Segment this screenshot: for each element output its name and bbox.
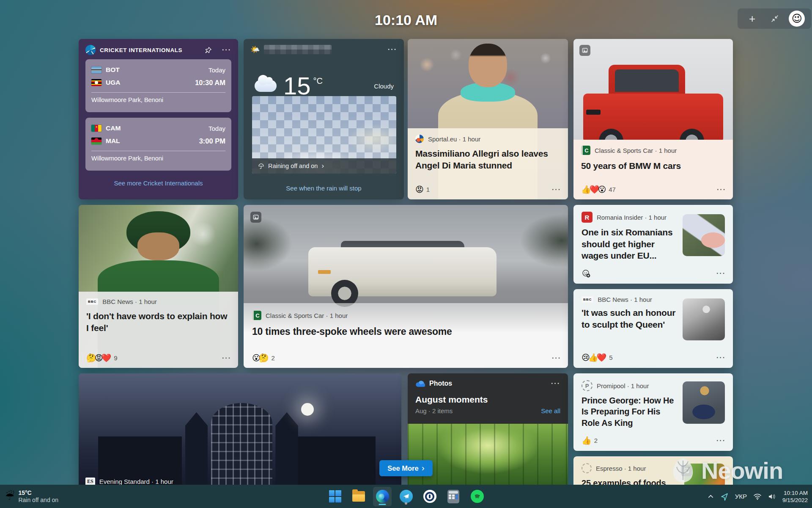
sportal-logo-icon xyxy=(415,135,424,143)
card-more-button[interactable]: ··· xyxy=(716,437,726,444)
location-in-use-icon[interactable] xyxy=(720,492,729,501)
collapse-panel-button[interactable] xyxy=(766,10,783,27)
match-day: Today xyxy=(208,125,225,132)
photo-shape xyxy=(292,436,376,488)
weather-more-button[interactable]: ··· xyxy=(388,46,397,53)
onedrive-cloud-icon xyxy=(415,380,425,387)
show-hidden-icons-button[interactable] xyxy=(708,493,714,500)
article-title: 'It was such an honour to sculpt the Que… xyxy=(582,307,678,330)
taskbar-temperature: 15°C xyxy=(18,489,58,497)
photo-shape xyxy=(275,412,298,488)
user-avatar[interactable]: 😉 xyxy=(789,11,805,27)
taskbar-time: 10:10 AM xyxy=(782,489,808,497)
match-time: 3:00 PM xyxy=(199,137,225,145)
reaction-count: 9 xyxy=(114,354,117,362)
news-card-bbc-cricket[interactable]: BBC BBC News · 1 hour 'I don't have word… xyxy=(79,205,238,368)
classic-sports-car-logo: C xyxy=(581,146,590,155)
card-more-button[interactable]: ··· xyxy=(552,186,561,193)
volume-icon[interactable] xyxy=(768,493,776,500)
photos-more-button[interactable]: ··· xyxy=(551,380,560,387)
taskbar: ☔ 15°C Rain off and on xyxy=(0,485,812,508)
promipool-logo: P xyxy=(582,380,593,391)
article-thumbnail xyxy=(683,298,725,340)
album-photo[interactable] xyxy=(408,424,568,488)
taskbar-clock[interactable]: 10:10 AM 9/15/2022 xyxy=(782,489,808,504)
calculator-button[interactable] xyxy=(444,487,463,506)
1password-button[interactable] xyxy=(420,487,439,506)
card-more-button[interactable]: ··· xyxy=(716,354,726,362)
flag-uganda xyxy=(91,79,102,86)
reaction-emojis[interactable]: 👍 xyxy=(582,436,590,445)
article-photo xyxy=(79,373,401,488)
reaction-emojis[interactable]: 😡 xyxy=(415,185,422,194)
news-card-queen[interactable]: BBC BBC News · 1 hour 'It was such an ho… xyxy=(573,289,733,368)
classic-sports-car-logo: C xyxy=(252,311,261,320)
espresso-logo xyxy=(582,463,592,473)
article-source: Classic & Sports Car · 1 hour xyxy=(266,312,348,319)
article-thumbnail xyxy=(683,214,725,256)
rain-radar-map[interactable]: Raining off and on › xyxy=(252,96,396,174)
reaction-emojis[interactable]: 🤔😡❤️ xyxy=(86,353,110,363)
article-title: 'I don't have words to explain how I fee… xyxy=(86,310,230,334)
news-card-prince-george[interactable]: P Promipool · 1 hour Prince George: How … xyxy=(573,373,733,451)
add-reaction-icon[interactable] xyxy=(582,269,591,278)
weather-see-link[interactable]: See when the rain will stop xyxy=(244,185,404,192)
image-gallery-icon xyxy=(579,45,590,56)
wifi-icon[interactable] xyxy=(753,493,762,500)
reaction-emojis[interactable]: 😢👍❤️ xyxy=(582,353,605,362)
album-title: August moments xyxy=(408,387,568,405)
reaction-emojis[interactable]: 👍❤️😮 xyxy=(581,185,604,194)
start-button[interactable] xyxy=(326,487,344,506)
widgets-topbar: + 😉 xyxy=(738,8,811,29)
cricket-see-more-link[interactable]: See more Cricket Internationals xyxy=(79,179,238,187)
sun-cloud-icon: 🌤️ xyxy=(250,45,260,54)
photo-shape xyxy=(318,270,331,274)
spotify-button[interactable] xyxy=(468,487,486,506)
rain-status-bar[interactable]: Raining off and on › xyxy=(252,158,396,174)
article-source: BBC News · 1 hour xyxy=(598,296,652,303)
news-card-three-spoke-wheels[interactable]: C Classic & Sports Car · 1 hour 10 times… xyxy=(244,205,568,368)
see-all-link[interactable]: See all xyxy=(541,407,560,414)
card-more-button[interactable]: ··· xyxy=(222,354,231,362)
telegram-icon xyxy=(400,490,413,503)
team-name: BOT xyxy=(106,66,120,74)
news-card-evening-standard[interactable]: ES Evening Standard · 1 hour xyxy=(79,373,401,488)
news-card-bmw[interactable]: C Classic & Sports Car · 1 hour 50 years… xyxy=(573,39,733,199)
cricket-widget-title: CRICKET INTERNATIONALS xyxy=(100,47,200,53)
news-card-allegri[interactable]: Sportal.eu · 1 hour Massimiliano Allegri… xyxy=(408,39,568,199)
umbrella-icon xyxy=(258,163,264,169)
card-more-button[interactable]: ··· xyxy=(552,354,561,362)
weather-widget[interactable]: 🌤️ ··· 15 °C Cloudy Raining off and on ›… xyxy=(244,39,404,199)
reaction-count: 1 xyxy=(426,186,430,193)
see-more-button[interactable]: See More › xyxy=(379,460,433,476)
edge-icon xyxy=(376,490,389,503)
photo-shape xyxy=(211,403,272,488)
article-title: 10 times three-spoke wheels were awesome xyxy=(252,325,560,338)
reaction-count: 47 xyxy=(609,186,616,193)
taskbar-weather-button[interactable]: ☔ 15°C Rain off and on xyxy=(5,485,58,508)
pin-icon[interactable] xyxy=(205,47,212,54)
taskbar-date: 9/15/2022 xyxy=(782,497,808,504)
album-meta: Aug · 2 items xyxy=(415,407,453,414)
photo-shape xyxy=(615,69,679,92)
collapse-icon xyxy=(771,14,779,23)
bbc-logo: BBC xyxy=(582,296,593,303)
news-card-romania[interactable]: R Romania Insider · 1 hour One in six Ro… xyxy=(573,205,733,284)
cricket-more-button[interactable]: ··· xyxy=(222,46,231,54)
photo-shape xyxy=(586,110,601,115)
team-name: CAM xyxy=(106,124,121,132)
file-explorer-button[interactable] xyxy=(349,487,368,506)
match-card[interactable]: CAM Today MAL 3:00 PM Willowmoore Park, … xyxy=(85,118,231,171)
card-more-button[interactable]: ··· xyxy=(716,270,726,277)
article-source: Romania Insider · 1 hour xyxy=(597,214,667,221)
telegram-button[interactable] xyxy=(397,487,415,506)
card-more-button[interactable]: ··· xyxy=(717,186,726,193)
keyboard-language[interactable]: УКР xyxy=(735,493,747,500)
cricket-widget[interactable]: CRICKET INTERNATIONALS ··· BOT Today UGA… xyxy=(79,39,238,199)
add-widget-button[interactable]: + xyxy=(744,10,761,27)
match-time: 10:30 AM xyxy=(195,79,225,87)
reaction-count: 2 xyxy=(272,354,275,362)
edge-button[interactable] xyxy=(373,487,392,506)
match-card[interactable]: BOT Today UGA 10:30 AM Willowmoore Park,… xyxy=(85,59,231,112)
reaction-emojis[interactable]: 😮🤔 xyxy=(252,353,267,363)
